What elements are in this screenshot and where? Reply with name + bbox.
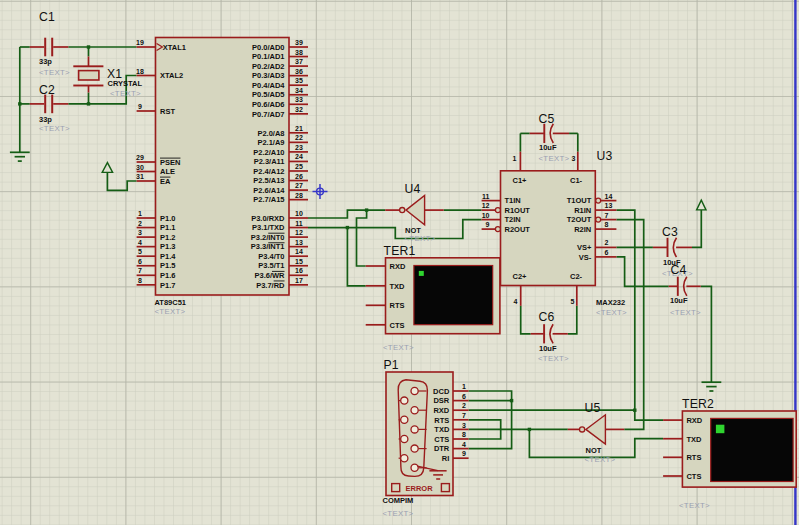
pin-name: P2.7/A15 <box>253 195 284 204</box>
pin-name: P3.0/RXD <box>251 214 285 223</box>
pin-number: 1 <box>138 210 142 217</box>
dsub-hole <box>401 416 408 423</box>
pin-name: P0.7/AD7 <box>252 110 285 119</box>
pin-name: RI <box>442 454 450 463</box>
pin-name: R1OUT <box>505 206 531 215</box>
wire-junction-dot <box>87 102 90 105</box>
pin-number: 19 <box>136 39 144 46</box>
pin-name: P3.5/T1 <box>258 261 284 270</box>
pin-name: RTS <box>686 453 701 462</box>
pin-number: 3 <box>138 229 142 236</box>
pin-name: T2IN <box>505 215 521 224</box>
component-text-placeholder: <TEXT> <box>596 308 627 317</box>
component-ref: C6 <box>539 310 555 324</box>
pin-name: P2.5/A13 <box>253 176 284 185</box>
component-ref: TER2 <box>682 397 714 411</box>
pin-number: 8 <box>138 277 142 284</box>
pin-name: P0.1/AD1 <box>252 52 285 61</box>
ter1-screen <box>414 266 493 325</box>
pin-name: TXD <box>686 435 702 444</box>
pin-number: 37 <box>295 58 303 65</box>
dsub-hole <box>401 397 408 404</box>
pin-number: 38 <box>295 49 303 56</box>
pin-number: 2 <box>138 220 142 227</box>
component-ref: U3 <box>597 149 613 163</box>
component-value: 10uF <box>539 143 557 152</box>
ter2-cursor <box>716 425 725 434</box>
pin-number: 6 <box>462 393 466 400</box>
pin-name: RXD <box>433 406 449 415</box>
pin-number: 16 <box>295 267 303 274</box>
pin-number: 2 <box>462 402 466 409</box>
pin-name: P3.7/RD <box>256 281 285 290</box>
pin-number: 29 <box>136 154 144 161</box>
component-text-placeholder: <TEXT> <box>679 501 710 510</box>
schematic-canvas[interactable]: 19 XTAL1 18 XTAL2 9 RST 29 PSEN 30 ALE 3… <box>0 0 799 525</box>
pin-name: P2.3/A11 <box>254 157 285 166</box>
proteus-schematic-page: 19 XTAL1 18 XTAL2 9 RST 29 PSEN 30 ALE 3… <box>0 0 799 525</box>
pin-number: 12 <box>295 229 303 236</box>
pin-number: 30 <box>136 164 144 171</box>
component-text-placeholder: <TEXT> <box>39 124 70 133</box>
pin-name: T1IN <box>505 196 521 205</box>
wire-junction-dot <box>346 226 349 229</box>
dsub-hole <box>401 435 408 442</box>
pin-number: 34 <box>295 87 303 94</box>
pin-name: C2- <box>570 272 583 281</box>
pin-name: RTS <box>390 301 405 310</box>
dsub-hole <box>401 455 408 462</box>
wire-junction-dot <box>528 428 531 431</box>
component-text-placeholder: <TEXT> <box>670 308 701 317</box>
pin-name: P2.6/A14 <box>253 186 285 195</box>
pin-number: 7 <box>605 212 609 219</box>
pin-number: 22 <box>295 134 303 141</box>
ter1-cursor <box>419 271 424 276</box>
pin-number: 6 <box>138 258 142 265</box>
pin-name: P2.2/A10 <box>253 148 284 157</box>
component-ref: U5 <box>585 401 601 415</box>
component-value: 10uF <box>539 344 557 353</box>
pin-number: 11 <box>482 193 490 200</box>
pin-name: P0.5/AD5 <box>252 90 285 99</box>
dsub-hole <box>411 387 418 394</box>
component-ref: C3 <box>662 225 678 239</box>
pin-name: P1.3 <box>160 242 175 251</box>
pin-number: 27 <box>295 182 303 189</box>
pin-name: TXD <box>390 282 406 291</box>
wire-junction-dot <box>87 45 90 48</box>
component-text-placeholder: <TEXT> <box>383 343 414 352</box>
pin-number: 7 <box>462 412 466 419</box>
pin-number: 23 <box>295 144 303 151</box>
pin-number: 4 <box>462 441 466 448</box>
component-text-placeholder: <TEXT> <box>110 89 141 98</box>
pin-number: 8 <box>462 431 466 438</box>
pin-number: 1 <box>462 383 466 390</box>
component-text-placeholder: <TEXT> <box>155 307 186 316</box>
pin-number: 11 <box>295 220 303 227</box>
pin-name: EA <box>160 177 171 186</box>
error-indicator-box <box>441 484 449 492</box>
pin-number: 14 <box>605 193 613 200</box>
pin-name: P2.1/A9 <box>257 138 284 147</box>
component-ref: C4 <box>671 263 687 277</box>
pin-number: 25 <box>295 163 303 170</box>
dsub-hole <box>411 464 418 471</box>
pin-number: 7 <box>138 267 142 274</box>
pin-name: C1- <box>570 176 583 185</box>
pin-name: RXD <box>686 416 702 425</box>
inverting-bubble <box>580 427 585 432</box>
crystal-body <box>79 71 99 80</box>
component-value: 33p <box>39 115 52 124</box>
pin-name: P3.6/WR <box>254 271 285 280</box>
component-text-placeholder: <TEXT> <box>39 68 70 77</box>
pin-number: 5 <box>571 298 575 305</box>
error-indicator-box <box>392 484 400 492</box>
pin-number: 9 <box>462 450 466 457</box>
pin-name: P1.0 <box>160 214 175 223</box>
pin-name: P1.4 <box>160 252 176 261</box>
pin-number: 8 <box>605 221 609 228</box>
pin-number: 14 <box>295 248 303 255</box>
pin-name: P1.6 <box>160 271 175 280</box>
pin-name: XTAL2 <box>160 71 183 80</box>
pin-number: 2 <box>605 239 609 246</box>
